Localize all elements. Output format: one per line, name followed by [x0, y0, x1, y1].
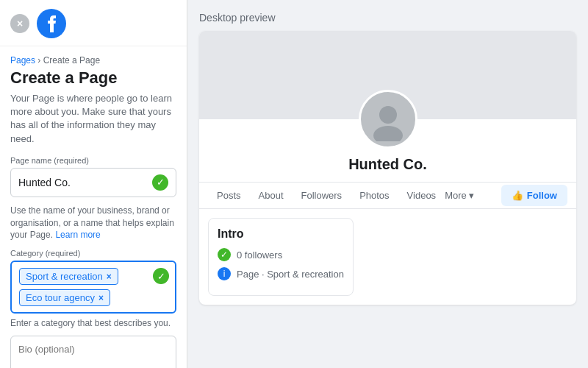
page-name-input[interactable]	[18, 177, 152, 188]
page-name-label: Page name (required)	[10, 156, 176, 165]
category-helper: Enter a category that best describes you…	[10, 318, 176, 328]
breadcrumb-parent[interactable]: Pages	[10, 55, 35, 66]
page-name-check-icon: ✓	[152, 174, 168, 191]
page-category-text: Page · Sport & recreation	[237, 269, 344, 280]
tab-videos[interactable]: Videos	[398, 183, 445, 208]
category-label: Category (required)	[10, 249, 176, 258]
page-title: Create a Page	[10, 68, 176, 88]
learn-more-link[interactable]: Learn more	[55, 230, 100, 240]
close-button[interactable]: ×	[10, 14, 29, 33]
follow-label: Follow	[527, 190, 557, 201]
left-panel: × Pages › Create a Page Create a Page Yo…	[0, 0, 187, 368]
category-box[interactable]: Sport & recreation × Eco tour agency × ✓	[10, 261, 176, 314]
avatar	[359, 90, 417, 149]
svg-point-2	[373, 126, 403, 141]
page-category-item: i Page · Sport & recreation	[218, 267, 344, 280]
page-name-helper: Use the name of your business, brand or …	[10, 205, 176, 241]
tag-remove-eco[interactable]: ×	[98, 293, 104, 303]
info-icon: i	[218, 267, 231, 280]
thumbs-icon: 👍	[512, 190, 523, 201]
category-tags: Sport & recreation × Eco tour agency ×	[19, 268, 168, 306]
tag-label-sport: Sport & recreation	[26, 271, 103, 282]
tag-remove-sport[interactable]: ×	[107, 272, 112, 282]
more-label: More	[445, 190, 467, 201]
right-panel: Desktop preview Hunted Co. Posts About F…	[187, 0, 588, 368]
intro-title: Intro	[218, 227, 344, 241]
category-check-icon: ✓	[153, 268, 169, 284]
breadcrumb-current: Create a Page	[43, 55, 100, 66]
tag-sport-recreation: Sport & recreation ×	[19, 268, 118, 285]
preview-label: Desktop preview	[199, 12, 576, 24]
bio-textarea[interactable]	[10, 336, 176, 368]
category-group: Category (required) Sport & recreation ×…	[10, 249, 176, 328]
close-icon: ×	[17, 18, 23, 29]
tab-posts[interactable]: Posts	[208, 183, 250, 208]
bio-group: Tell people a little about what you do.	[10, 336, 176, 368]
breadcrumb-area: Pages › Create a Page Create a Page Your…	[0, 46, 187, 156]
avatar-image	[366, 97, 410, 141]
page-name-input-row: ✓	[10, 168, 176, 197]
tab-more[interactable]: More ▾	[445, 190, 474, 201]
page-name-group: Page name (required) ✓	[10, 156, 176, 197]
category-input[interactable]	[115, 292, 137, 304]
tab-followers[interactable]: Followers	[293, 183, 351, 208]
follow-button[interactable]: 👍 Follow	[501, 185, 567, 206]
top-bar: ×	[0, 0, 187, 46]
followers-text: 0 followers	[237, 250, 282, 261]
facebook-logo	[37, 9, 66, 38]
page-content: Intro ✓ 0 followers i Page · Sport & rec…	[199, 209, 576, 305]
tag-eco-tour: Eco tour agency ×	[19, 289, 110, 306]
svg-point-1	[379, 106, 397, 124]
page-description: Your Page is where people go to learn mo…	[10, 92, 176, 146]
cover-photo	[199, 31, 576, 119]
intro-box: Intro ✓ 0 followers i Page · Sport & rec…	[208, 218, 354, 296]
tag-label-eco: Eco tour agency	[26, 292, 95, 303]
form-area: Page name (required) ✓ Use the name of y…	[0, 156, 187, 368]
followers-check-icon: ✓	[218, 248, 231, 261]
tab-photos[interactable]: Photos	[351, 183, 398, 208]
chevron-down-icon: ▾	[469, 190, 474, 201]
breadcrumb: Pages › Create a Page	[10, 55, 176, 66]
nav-tabs: Posts About Followers Photos Videos More…	[199, 182, 576, 209]
followers-item: ✓ 0 followers	[218, 248, 344, 261]
fb-page-preview: Hunted Co. Posts About Followers Photos …	[199, 31, 576, 305]
tab-about[interactable]: About	[250, 183, 293, 208]
